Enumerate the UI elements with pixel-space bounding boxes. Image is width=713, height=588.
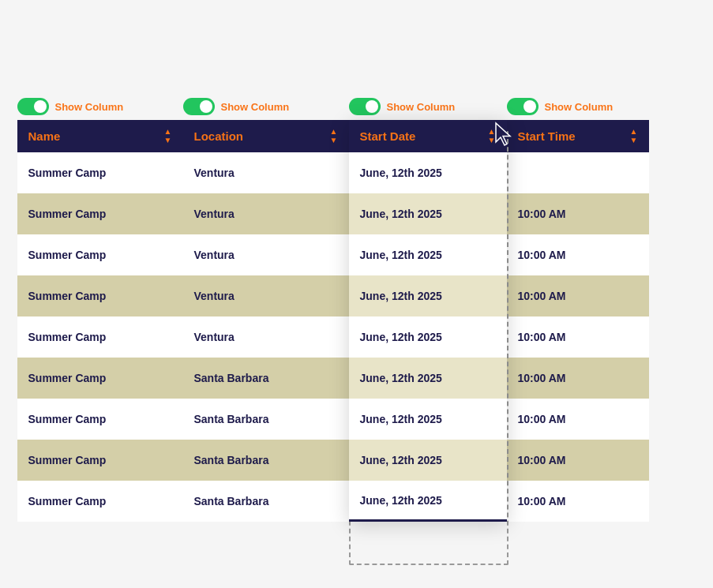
table-row: June, 12th 2025: [349, 275, 507, 316]
startdate-toggle-row: Show Column: [349, 98, 507, 115]
startdate-control-block: Show Column: [349, 95, 507, 120]
name-col-label: Name: [28, 129, 61, 143]
table-row: Ventura: [183, 193, 349, 234]
table-row: Summer Camp: [17, 275, 183, 316]
name-col-header: Name ▲ ▼: [17, 120, 183, 152]
table-row: 10:00 AM: [507, 440, 649, 481]
startdate-col-header: Start Date ▲ ▼: [349, 120, 507, 152]
table-row: June, 12th 2025: [349, 440, 507, 481]
table-row: June, 12th 2025: [349, 152, 507, 193]
table-row: Ventura: [183, 316, 349, 358]
table-row: June, 12th 2025: [349, 234, 507, 275]
controls-row: Show Column Show Column: [17, 66, 696, 120]
columns-wrapper: Name ▲ ▼ Summer Camp Summer Camp Summer …: [17, 120, 696, 522]
table-row: Santa Barbara: [183, 440, 349, 481]
table-row: Santa Barbara: [183, 358, 349, 399]
starttime-col-header: Start Time ▲ ▼: [507, 120, 649, 152]
table-row: 10:00 AM: [507, 481, 649, 522]
table-row: June, 12th 2025: [349, 481, 507, 522]
table-row: Santa Barbara: [183, 399, 349, 440]
startdate-sort-arrows[interactable]: ▲ ▼: [488, 128, 496, 144]
starttime-col-label: Start Time: [518, 129, 576, 143]
location-toggle-label: Show Column: [221, 101, 290, 113]
table-row: Summer Camp: [17, 358, 183, 399]
starttime-toggle-row: Show Column: [507, 98, 649, 115]
table-row: Summer Camp: [17, 399, 183, 440]
table-row: June, 12th 2025: [349, 358, 507, 399]
starttime-column: Start Time ▲ ▼ 10:00 AM 10:00 AM 10:00 A…: [507, 120, 649, 522]
table-row: Summer Camp: [17, 481, 183, 522]
table-row: Summer Camp: [17, 316, 183, 358]
location-toggle-row: Show Column: [183, 98, 349, 115]
table-row: June, 12th 2025: [349, 399, 507, 440]
startdate-col-label: Start Date: [360, 129, 416, 143]
location-toggle[interactable]: [183, 98, 215, 115]
table-row: Santa Barbara: [183, 481, 349, 522]
table-row: Summer Camp: [17, 234, 183, 275]
name-toggle-label: Show Column: [55, 101, 124, 113]
location-column: Location ▲ ▼ Ventura Ventura Ventura Ven…: [183, 120, 349, 522]
location-control-block: Show Column: [183, 66, 349, 120]
table-row: 10:00 AM: [507, 234, 649, 275]
name-control-block: Show Column: [17, 66, 183, 120]
table-row: Ventura: [183, 152, 349, 193]
table-row: 10:00 AM: [507, 275, 649, 316]
location-col-header: Location ▲ ▼: [183, 120, 349, 152]
table-row: Ventura: [183, 234, 349, 275]
starttime-toggle-label: Show Column: [545, 101, 614, 113]
page-container: Show Column Show Column: [17, 66, 696, 522]
location-col-label: Location: [194, 129, 244, 143]
name-column: Name ▲ ▼ Summer Camp Summer Camp Summer …: [17, 120, 183, 522]
starttime-control-block: Show Column: [507, 66, 649, 120]
startdate-toggle-label: Show Column: [387, 101, 456, 113]
startdate-toggle[interactable]: [349, 98, 381, 115]
table-row: June, 12th 2025: [349, 316, 507, 358]
table-row: 10:00 AM: [507, 358, 649, 399]
location-sort-arrows[interactable]: ▲ ▼: [330, 128, 338, 144]
table-row: 10:00 AM: [507, 316, 649, 358]
table-row: Summer Camp: [17, 193, 183, 234]
startdate-column: Start Date ▲ ▼ June, 12th 2025 June, 12t…: [349, 120, 507, 522]
table-row: Summer Camp: [17, 440, 183, 481]
table-row: 10:00 AM: [507, 193, 649, 234]
starttime-sort-arrows[interactable]: ▲ ▼: [630, 128, 638, 144]
starttime-toggle[interactable]: [507, 98, 539, 115]
table-row: [507, 152, 649, 193]
table-row: 10:00 AM: [507, 399, 649, 440]
table-row: Summer Camp: [17, 152, 183, 193]
name-sort-arrows[interactable]: ▲ ▼: [164, 128, 172, 144]
name-toggle-row: Show Column: [17, 98, 183, 115]
table-row: June, 12th 2025: [349, 193, 507, 234]
name-toggle[interactable]: [17, 98, 49, 115]
table-row: Ventura: [183, 275, 349, 316]
